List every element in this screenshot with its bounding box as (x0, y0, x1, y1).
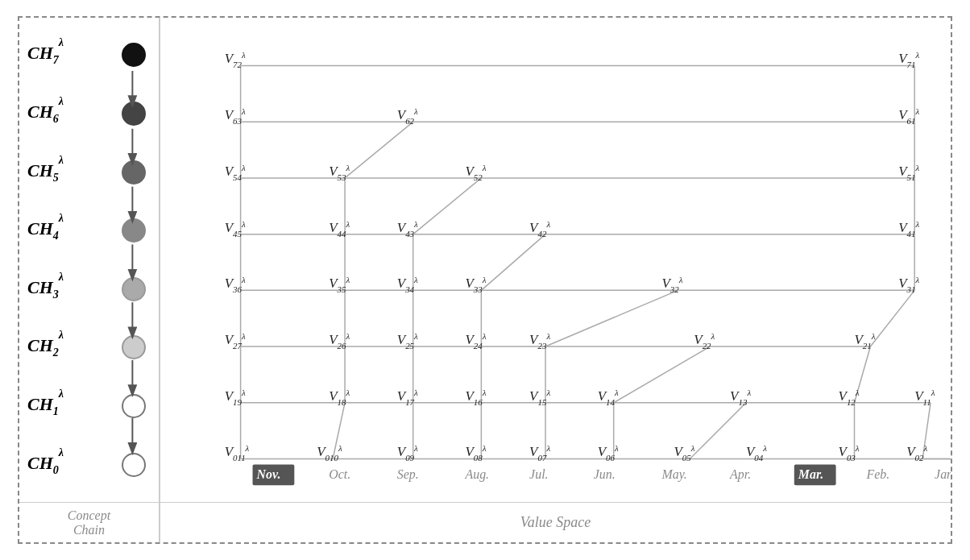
svg-text:V24λ: V24λ (465, 331, 486, 351)
bottom-labels: Concept Chain Value Space (19, 502, 951, 542)
svg-text:Apr.: Apr. (729, 467, 751, 482)
svg-text:V32λ: V32λ (661, 275, 682, 294)
svg-text:May.: May. (661, 467, 686, 482)
circle-ch5 (122, 160, 146, 185)
svg-text:V71λ: V71λ (898, 50, 919, 69)
svg-text:V25λ: V25λ (397, 331, 418, 351)
svg-text:V14λ: V14λ (598, 388, 619, 407)
node-v35: V35λ (329, 275, 350, 294)
node-v23: V23λ (529, 331, 550, 351)
node-v22: V22λ (694, 331, 715, 351)
node-v07: V07λ (529, 444, 550, 463)
svg-text:V26λ: V26λ (329, 331, 350, 351)
node-v11: V11λ (914, 388, 935, 407)
svg-text:V72λ: V72λ (225, 50, 246, 69)
node-v09: V09λ (397, 444, 418, 463)
node-v02: V02λ (906, 444, 927, 463)
circle-ch3 (122, 277, 146, 301)
month-Apr: Apr. (729, 467, 751, 482)
svg-text:Aug.: Aug. (464, 467, 489, 482)
svg-line-81 (690, 403, 746, 459)
svg-text:V34λ: V34λ (397, 275, 418, 294)
concept-label-line1: Concept (68, 508, 110, 523)
svg-text:V27λ: V27λ (225, 331, 246, 351)
node-v04: V04λ (746, 444, 767, 463)
node-v21: V21λ (854, 331, 875, 351)
svg-text:V011λ: V011λ (225, 444, 250, 463)
svg-text:V51λ: V51λ (898, 163, 919, 182)
node-v14: V14λ (598, 388, 619, 407)
svg-text:V17λ: V17λ (397, 388, 418, 407)
svg-text:V19λ: V19λ (225, 388, 246, 407)
left-panel: CH7λCH6λCH5λCH4λCH3λCH2λCH1λCH0λ (19, 18, 160, 502)
month-Jan: Jan. (935, 467, 951, 481)
month-Feb: Feb. (865, 467, 889, 481)
main-area: CH7λCH6λCH5λCH4λCH3λCH2λCH1λCH0λ V72λV71… (19, 18, 951, 502)
node-v32: V32λ (661, 275, 682, 294)
node-v72: V72λ (225, 50, 246, 69)
svg-text:V15λ: V15λ (529, 388, 550, 407)
node-v06: V06λ (598, 444, 619, 463)
circle-ch6 (122, 102, 146, 126)
month-Jul: Jul. (529, 467, 548, 481)
node-v41: V41λ (898, 219, 919, 239)
node-v63: V63λ (225, 106, 246, 126)
node-v15: V15λ (529, 388, 550, 407)
svg-text:V04λ: V04λ (746, 444, 767, 463)
svg-text:Sep.: Sep. (397, 467, 419, 482)
svg-text:V53λ: V53λ (329, 163, 350, 182)
circle-ch7 (122, 43, 146, 67)
node-v16: V16λ (465, 388, 486, 407)
svg-text:V41λ: V41λ (898, 219, 919, 239)
main-diagram: CH7λCH6λCH5λCH4λCH3λCH2λCH1λCH0λ V72λV71… (18, 16, 952, 544)
svg-text:V36λ: V36λ (225, 275, 246, 294)
svg-text:V16λ: V16λ (465, 388, 486, 407)
chain-label-ch1: CH1λ (27, 394, 64, 418)
value-space-label: Value Space (160, 503, 951, 542)
svg-line-58 (870, 290, 914, 346)
month-Nov: Nov. (253, 464, 295, 485)
svg-text:V44λ: V44λ (329, 219, 350, 239)
node-v43: V43λ (397, 219, 418, 239)
svg-text:Mar.: Mar. (798, 467, 823, 481)
node-v71: V71λ (898, 50, 919, 69)
svg-text:V02λ: V02λ (906, 444, 927, 463)
svg-text:V05λ: V05λ (674, 444, 694, 463)
month-Sep: Sep. (397, 467, 419, 482)
right-panel: V72λV71λV63λV62λV61λV54λV53λV52λV51λV45λ… (160, 18, 951, 502)
svg-text:V11λ: V11λ (914, 388, 935, 407)
circle-ch4 (122, 218, 146, 243)
svg-text:V03λ: V03λ (839, 444, 860, 463)
circle-ch1 (122, 394, 146, 418)
svg-text:Jul.: Jul. (529, 467, 548, 481)
node-v17: V17λ (397, 388, 418, 407)
node-v010: V010λ (317, 444, 342, 463)
chain-label-ch0: CH0λ (27, 453, 64, 477)
node-v011: V011λ (225, 444, 250, 463)
node-v03: V03λ (839, 444, 860, 463)
svg-text:V54λ: V54λ (225, 163, 246, 182)
svg-line-79 (614, 346, 711, 403)
svg-text:V21λ: V21λ (854, 331, 875, 351)
month-Jun: Jun. (594, 467, 616, 481)
svg-text:Oct.: Oct. (329, 467, 350, 481)
node-v53: V53λ (329, 163, 350, 182)
svg-text:V43λ: V43λ (397, 219, 418, 239)
value-space-text: Value Space (520, 514, 591, 531)
svg-line-67 (413, 178, 482, 234)
node-v19: V19λ (225, 388, 246, 407)
svg-text:V42λ: V42λ (529, 219, 550, 239)
chain-label-ch7: CH7λ (27, 43, 64, 67)
svg-text:V35λ: V35λ (329, 275, 350, 294)
svg-text:V08λ: V08λ (465, 444, 486, 463)
svg-text:V45λ: V45λ (225, 219, 246, 239)
node-v36: V36λ (225, 275, 246, 294)
concept-label-line2: Chain (73, 523, 105, 537)
node-v52: V52λ (465, 163, 486, 182)
node-v27: V27λ (225, 331, 246, 351)
node-v62: V62λ (397, 106, 418, 126)
node-v12: V12λ (839, 388, 860, 407)
month-Aug: Aug. (464, 467, 489, 482)
node-v45: V45λ (225, 219, 246, 239)
node-v25: V25λ (397, 331, 418, 351)
